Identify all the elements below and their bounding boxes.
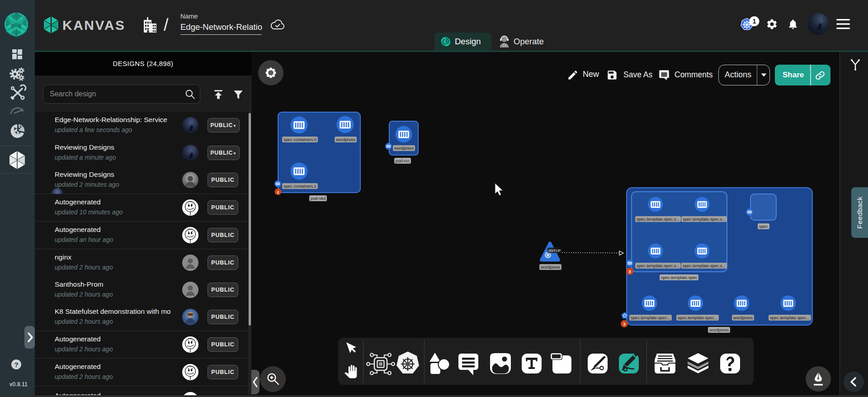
svg-text:00/TCP: 00/TCP [548, 249, 561, 253]
svg-text:3: 3 [623, 321, 625, 326]
svg-text:?: ? [14, 361, 18, 369]
svg-text:v0.8.11: v0.8.11 [9, 381, 28, 388]
svg-text:KANVAS: KANVAS [62, 18, 125, 33]
svg-text:1: 1 [752, 18, 756, 25]
